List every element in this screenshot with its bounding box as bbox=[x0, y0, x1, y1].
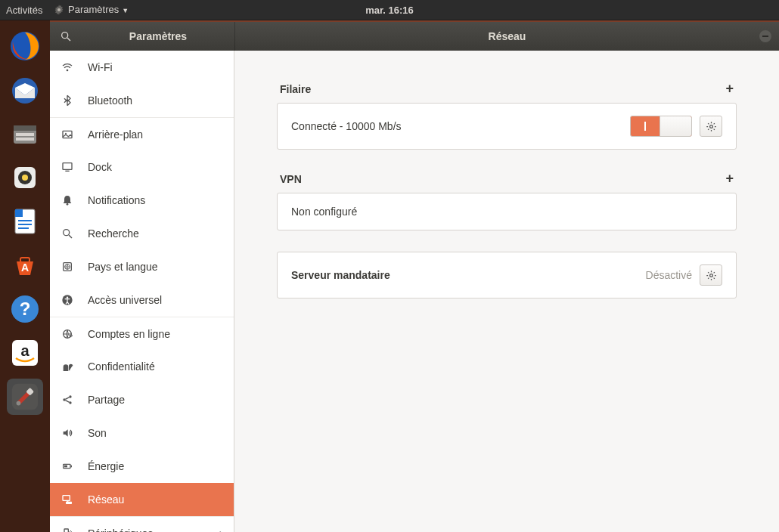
svg-point-24 bbox=[62, 32, 68, 39]
svg-point-26 bbox=[67, 70, 69, 72]
network-panel: Filaire + Connecté - 10000 Mb/s VPN + bbox=[234, 51, 779, 532]
sidebar-item-sound[interactable]: Son bbox=[50, 416, 234, 450]
sidebar-item-privacy[interactable]: Confidentialité bbox=[50, 350, 234, 383]
sidebar-item-label: Recherche bbox=[88, 227, 223, 240]
vpn-status-text: Non configuré bbox=[291, 206, 722, 218]
svg-text:A: A bbox=[21, 261, 29, 274]
proxy-row[interactable]: Serveur mandataire Désactivé bbox=[277, 252, 737, 298]
svg-text:a: a bbox=[20, 342, 29, 359]
sidebar-item-label: Périphériques bbox=[88, 527, 206, 533]
svg-rect-44 bbox=[64, 466, 67, 468]
sidebar-item-share[interactable]: Partage bbox=[50, 383, 234, 416]
sidebar-item-network[interactable]: Réseau bbox=[50, 483, 234, 516]
background-icon bbox=[61, 128, 74, 141]
sidebar-item-label: Wi-Fi bbox=[88, 61, 223, 73]
proxy-status-text: Désactivé bbox=[646, 269, 692, 281]
wired-settings-button[interactable] bbox=[700, 116, 722, 137]
share-icon bbox=[61, 394, 74, 406]
sidebar-item-wifi[interactable]: Wi-Fi bbox=[50, 51, 234, 84]
svg-rect-30 bbox=[65, 171, 69, 172]
app-menu-button[interactable]: Paramètres▼ bbox=[53, 4, 129, 17]
launcher-help[interactable]: ? bbox=[7, 291, 43, 327]
svg-rect-4 bbox=[14, 125, 36, 131]
wired-section-title: Filaire bbox=[280, 83, 311, 95]
gear-icon bbox=[706, 121, 717, 132]
svg-point-37 bbox=[67, 296, 68, 298]
sidebar-item-access[interactable]: Accès universel bbox=[50, 283, 234, 317]
access-icon bbox=[61, 294, 74, 306]
sidebar-title: Paramètres bbox=[82, 22, 234, 51]
proxy-label: Serveur mandataire bbox=[291, 269, 646, 281]
sidebar-item-label: Arrière-plan bbox=[88, 128, 223, 141]
privacy-icon bbox=[61, 360, 74, 373]
sidebar-item-label: Accès universel bbox=[88, 294, 223, 306]
chevron-right-icon: › bbox=[219, 527, 223, 533]
launcher-rhythmbox[interactable] bbox=[7, 159, 43, 196]
settings-sidebar: Wi-FiBluetoothArrière-planDockNotificati… bbox=[50, 51, 234, 532]
vpn-status-row: Non configuré bbox=[277, 193, 737, 230]
sidebar-item-devices[interactable]: Périphériques› bbox=[50, 516, 234, 532]
gnome-topbar: Activités Paramètres▼ mar. 16:16 bbox=[0, 0, 779, 20]
devices-icon bbox=[61, 527, 74, 533]
launcher-software[interactable]: A bbox=[7, 247, 43, 283]
svg-point-23 bbox=[17, 401, 21, 406]
wifi-icon bbox=[61, 61, 74, 73]
svg-rect-29 bbox=[63, 163, 72, 170]
sidebar-item-accounts[interactable]: Comptes en ligne bbox=[50, 317, 234, 350]
svg-point-9 bbox=[22, 175, 28, 181]
minimize-button[interactable] bbox=[759, 30, 771, 42]
svg-point-50 bbox=[709, 274, 712, 277]
svg-rect-45 bbox=[63, 496, 70, 501]
window-titlebar: Paramètres Réseau bbox=[50, 22, 779, 51]
sidebar-item-label: Notifications bbox=[88, 194, 223, 206]
proxy-settings-button[interactable] bbox=[700, 264, 722, 286]
launcher-settings[interactable] bbox=[7, 379, 43, 415]
search-icon bbox=[61, 227, 74, 240]
clock[interactable]: mar. 16:16 bbox=[365, 5, 414, 16]
gear-icon bbox=[53, 4, 65, 16]
sidebar-item-bluetooth[interactable]: Bluetooth bbox=[50, 84, 234, 117]
bell-icon bbox=[61, 194, 74, 206]
launcher-files[interactable] bbox=[7, 116, 43, 152]
sidebar-item-label: Dock bbox=[88, 161, 223, 173]
network-icon bbox=[61, 493, 74, 506]
svg-rect-6 bbox=[16, 138, 34, 141]
launcher-thunderbird[interactable] bbox=[7, 72, 43, 108]
sidebar-item-label: Bluetooth bbox=[88, 94, 223, 107]
wired-toggle[interactable] bbox=[630, 116, 692, 137]
svg-point-49 bbox=[709, 125, 712, 128]
sidebar-item-label: Pays et langue bbox=[88, 261, 223, 273]
launcher-firefox[interactable] bbox=[7, 28, 43, 64]
sidebar-item-power[interactable]: Énergie bbox=[50, 450, 234, 483]
svg-rect-43 bbox=[71, 466, 72, 468]
wired-connection-row: Connecté - 10000 Mb/s bbox=[277, 103, 737, 150]
search-button[interactable] bbox=[50, 22, 82, 51]
dock-icon bbox=[61, 161, 74, 173]
page-title: Réseau bbox=[235, 22, 779, 51]
settings-window: Paramètres Réseau Wi-FiBluetoothArrière-… bbox=[50, 22, 779, 532]
sidebar-item-globe[interactable]: Pays et langue bbox=[50, 250, 234, 283]
launcher-libreoffice-writer[interactable] bbox=[7, 203, 43, 240]
sidebar-item-label: Réseau bbox=[88, 493, 223, 506]
bluetooth-icon bbox=[61, 94, 74, 107]
svg-rect-46 bbox=[66, 502, 72, 504]
globe-icon bbox=[61, 261, 74, 273]
sidebar-item-dock[interactable]: Dock bbox=[50, 150, 234, 184]
sidebar-item-search[interactable]: Recherche bbox=[50, 217, 234, 250]
sidebar-item-label: Confidentialité bbox=[88, 360, 223, 373]
svg-point-31 bbox=[67, 203, 69, 206]
sound-icon bbox=[61, 427, 74, 439]
launcher-dock: A ? a bbox=[0, 20, 50, 532]
sidebar-item-bell[interactable]: Notifications bbox=[50, 184, 234, 217]
activities-button[interactable]: Activités bbox=[6, 5, 42, 16]
vpn-section-title: VPN bbox=[280, 173, 302, 185]
minimize-icon bbox=[762, 36, 768, 37]
add-wired-button[interactable]: + bbox=[725, 81, 734, 97]
sidebar-item-background[interactable]: Arrière-plan bbox=[50, 117, 234, 150]
power-icon bbox=[61, 460, 74, 472]
search-icon bbox=[60, 30, 72, 42]
add-vpn-button[interactable]: + bbox=[725, 171, 734, 187]
launcher-amazon[interactable]: a bbox=[7, 335, 43, 371]
sidebar-item-label: Énergie bbox=[88, 460, 223, 472]
gear-icon bbox=[706, 270, 717, 281]
